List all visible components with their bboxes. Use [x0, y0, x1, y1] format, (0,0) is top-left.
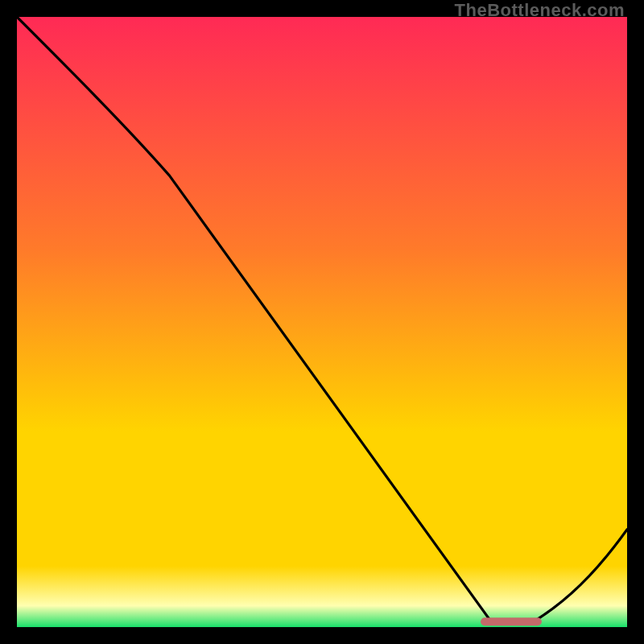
optimal-range-marker — [481, 617, 542, 625]
chart-frame: TheBottleneck.com — [0, 0, 644, 644]
plot-area — [17, 17, 627, 627]
chart-svg — [17, 17, 627, 627]
